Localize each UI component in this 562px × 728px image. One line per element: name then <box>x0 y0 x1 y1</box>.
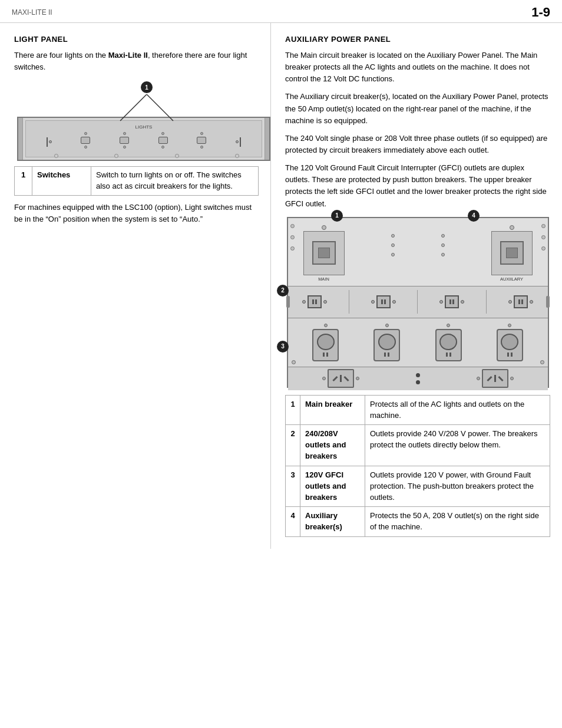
aux-row-1-desc: Protects all of the AC lights and outlet… <box>365 395 550 425</box>
center-large-dots <box>416 373 420 384</box>
gfci-outlet-1 <box>312 324 339 361</box>
auxiliary-label: AUXIILARY <box>500 276 523 282</box>
aux-badge-4: 4 <box>468 210 480 222</box>
page-header: MAXI-LITE II 1-9 <box>0 0 562 23</box>
aux-row-3-num: 3 <box>286 466 300 507</box>
large-outlet-2 <box>477 369 514 388</box>
panel-left-edge <box>18 118 23 160</box>
gfci-outlet-4 <box>497 324 523 361</box>
switch-4 <box>197 132 206 149</box>
aux-row-4-name: Auxiliary breaker(s) <box>300 507 365 537</box>
aux-diagram-container: 1 4 2 3 <box>285 217 550 388</box>
main-breaker-visual <box>303 231 345 275</box>
aux-row-1-name: Main breaker <box>300 395 365 425</box>
bar-r <box>240 137 241 147</box>
lights-text: LIGHTS <box>135 124 153 130</box>
center-dots <box>391 234 395 256</box>
row-name: Switches <box>32 167 91 196</box>
light-panel-table: 1 Switches Switch to turn lights on or o… <box>14 166 259 196</box>
light-panel-diagram: 1 LIGHTS <box>14 81 259 158</box>
bottom-screws <box>26 154 267 158</box>
main-label: MAIN <box>318 276 329 282</box>
aux-panel-title: AUXILIARY POWER PANEL <box>285 35 550 44</box>
aux-panel-box: MAIN <box>287 217 549 388</box>
gfci-outlet-2 <box>373 324 400 361</box>
aux-badge-3: 3 <box>277 341 289 353</box>
table-row: 3 120V GFCI outlets and breakers Outlets… <box>286 466 550 507</box>
dot1 <box>49 140 52 143</box>
table-row: 2 240/208V outlets and breakers Outlets … <box>286 425 550 466</box>
intro-text: There are four lights on the <box>14 51 108 60</box>
aux-para-4: The 120 Volt Ground Fault Circuit Interr… <box>285 162 550 210</box>
product-name: Maxi-Lite II <box>108 51 148 60</box>
center-dots2 <box>441 234 445 256</box>
aux-row-3-name: 120V GFCI outlets and breakers <box>300 466 365 507</box>
aux-row-4-num: 4 <box>286 507 300 537</box>
svg-line-0 <box>120 94 147 121</box>
main-content: LIGHT PANEL There are four lights on the… <box>0 23 562 549</box>
large-outlet-row <box>288 367 548 390</box>
aux-row-2-num: 2 <box>286 425 300 466</box>
switch-3 <box>158 132 168 149</box>
row-num: 1 <box>15 167 32 196</box>
table-row: 1 Main breaker Protects all of the AC li… <box>286 395 550 425</box>
aux-top-section: MAIN <box>288 218 548 286</box>
outlet-group-4 <box>508 295 533 308</box>
gfci-row <box>288 318 548 367</box>
page: MAXI-LITE II 1-9 LIGHT PANEL There are f… <box>0 0 562 728</box>
switch-group-left <box>47 137 52 147</box>
aux-para-3: The 240 Volt single phase or 208 Volt th… <box>285 133 550 156</box>
panel-inner: LIGHTS <box>25 120 262 157</box>
page-number: 1-9 <box>531 5 550 20</box>
mid-outlet-row <box>288 286 548 318</box>
aux-badge-2: 2 <box>277 285 289 297</box>
left-edge-dots <box>290 224 295 251</box>
bar1 <box>47 137 48 147</box>
outlet-group-2 <box>371 295 396 308</box>
table-row: 4 Auxiliary breaker(s) Protects the 50 A… <box>286 507 550 537</box>
switch-group-right <box>236 137 241 147</box>
right-column: AUXILIARY POWER PANEL The Main circuit b… <box>271 23 562 549</box>
aux-panel-table: 1 Main breaker Protects all of the AC li… <box>285 395 550 537</box>
aux-row-4-desc: Protects the 50 A, 208 V outlet(s) on th… <box>365 507 550 537</box>
light-panel-title: LIGHT PANEL <box>14 35 259 44</box>
aux-row-2-desc: Outlets provide 240 V/208 V power. The b… <box>365 425 550 466</box>
main-breaker-box: MAIN <box>303 225 345 282</box>
table-row: 1 Switches Switch to turn lights on or o… <box>15 167 259 196</box>
aux-row-3-desc: Outlets provide 120 V power, with Ground… <box>365 466 550 507</box>
aux-breaker-visual <box>491 231 533 275</box>
gfci-outlet-3 <box>435 324 462 361</box>
large-outlet-1 <box>322 369 359 388</box>
outlet-group-3 <box>439 295 464 308</box>
outlet-group-1 <box>302 295 327 308</box>
lsc100-note: For machines equipped with the LSC100 (o… <box>14 202 259 225</box>
aux-para-2: The Auxiliary circuit breaker(s), locate… <box>285 91 550 126</box>
left-column: LIGHT PANEL There are four lights on the… <box>0 23 271 549</box>
diagram-arrows <box>108 94 179 124</box>
row-desc: Switch to turn lights on or off. The swi… <box>91 167 259 196</box>
switch-2 <box>120 132 129 149</box>
dot-r <box>236 140 239 143</box>
aux-badge-1: 1 <box>331 210 343 222</box>
right-edge-dots <box>541 224 546 251</box>
brand-label: MAXI-LITE II <box>12 8 52 17</box>
light-panel-intro: There are four lights on the Maxi-Lite I… <box>14 50 259 73</box>
aux-row-2-name: 240/208V outlets and breakers <box>300 425 365 466</box>
aux-breaker-box: AUXIILARY <box>491 225 533 282</box>
diagram-badge-1: 1 <box>141 81 153 93</box>
aux-row-1-num: 1 <box>286 395 300 425</box>
svg-line-1 <box>147 94 173 121</box>
aux-para-1: The Main circuit breaker is located on t… <box>285 50 550 85</box>
switch-1 <box>81 132 90 149</box>
